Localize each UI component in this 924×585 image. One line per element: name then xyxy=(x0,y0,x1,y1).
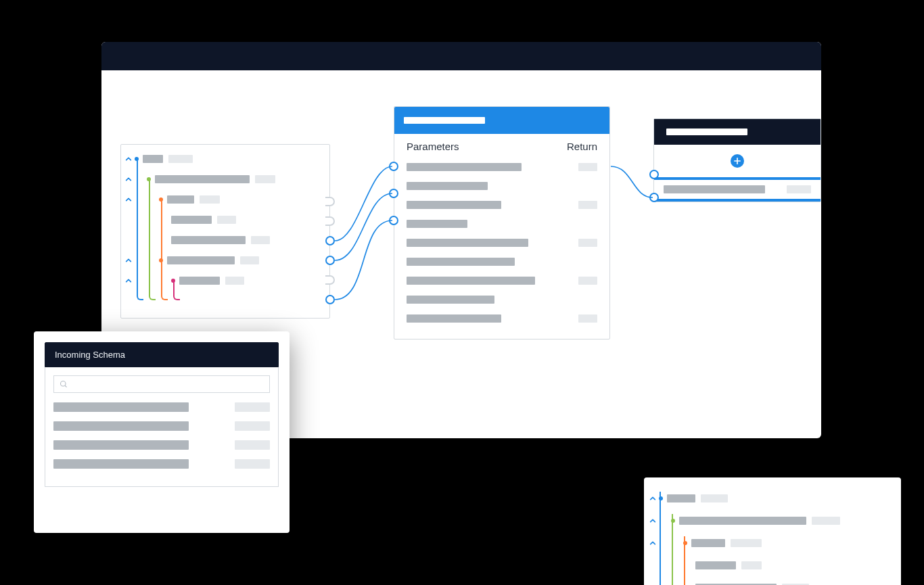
param-return-bar xyxy=(578,314,597,323)
tree-brace xyxy=(660,492,666,585)
tree-type-bar xyxy=(731,539,762,547)
param-input-port[interactable] xyxy=(389,189,398,198)
schema-name-bar xyxy=(53,421,189,431)
parameter-row[interactable] xyxy=(407,159,597,175)
tree-brace xyxy=(173,280,180,300)
chevron-up-icon[interactable] xyxy=(648,538,657,548)
schema-tag-bar xyxy=(235,459,270,469)
param-input-port[interactable] xyxy=(389,216,398,225)
param-name-bar xyxy=(407,163,522,171)
source-port[interactable] xyxy=(325,216,335,226)
search-input[interactable] xyxy=(53,375,270,393)
schema-tag-bar xyxy=(235,421,270,431)
param-name-bar xyxy=(407,296,494,304)
parameters-body xyxy=(394,155,609,339)
tree-type-bar xyxy=(255,175,275,183)
tree-row[interactable] xyxy=(648,487,889,509)
param-return-bar xyxy=(578,163,597,171)
tree-label-bar xyxy=(667,494,695,502)
tree-label-bar xyxy=(167,195,194,204)
parameter-row[interactable] xyxy=(407,216,597,232)
param-name-bar xyxy=(407,314,501,323)
param-name-bar xyxy=(407,220,467,228)
tree-row[interactable] xyxy=(124,149,323,169)
add-button[interactable] xyxy=(731,154,744,168)
tree-label-bar xyxy=(171,236,246,244)
tree-type-bar xyxy=(225,277,244,285)
param-name-bar xyxy=(407,182,488,190)
tree-label-bar xyxy=(179,277,220,285)
output-add-area xyxy=(654,145,821,177)
tree-type-bar xyxy=(200,195,220,204)
source-port-connected[interactable] xyxy=(325,236,335,245)
parameter-row[interactable] xyxy=(407,254,597,270)
tree-label-bar xyxy=(679,517,806,525)
schema-tag-bar xyxy=(235,440,270,450)
output-input-port[interactable] xyxy=(649,170,659,179)
tree-type-bar xyxy=(240,256,259,264)
schema-result-row[interactable] xyxy=(53,440,270,450)
output-card-header xyxy=(654,119,821,145)
chevron-up-icon xyxy=(124,235,133,245)
parameter-row[interactable] xyxy=(407,273,597,289)
schema-name-bar xyxy=(53,440,189,450)
source-port-connected[interactable] xyxy=(325,295,335,304)
schema-result-row[interactable] xyxy=(53,459,270,469)
return-column-label: Return xyxy=(567,141,597,152)
param-return-bar xyxy=(578,239,597,247)
tree-label-bar xyxy=(143,155,163,163)
parameter-row[interactable] xyxy=(407,235,597,251)
parameter-row[interactable] xyxy=(407,197,597,213)
tree-type-bar xyxy=(217,216,236,224)
parameter-row[interactable] xyxy=(407,291,597,308)
tree-brace xyxy=(672,514,678,585)
incoming-schema-title: Incoming Schema xyxy=(45,342,279,367)
param-name-bar xyxy=(407,258,515,266)
tree-brace xyxy=(161,199,168,300)
source-port-connected[interactable] xyxy=(325,256,335,265)
chevron-up-icon[interactable] xyxy=(124,154,133,164)
output-mapped-row[interactable] xyxy=(654,177,821,202)
chevron-up-icon[interactable] xyxy=(124,195,133,204)
source-schema-panel xyxy=(120,144,330,319)
schema-result-row[interactable] xyxy=(53,421,270,431)
tree-label-bar xyxy=(155,175,250,183)
parameters-card-header xyxy=(394,107,609,134)
tree-type-bar xyxy=(168,155,193,163)
tree-label-bar xyxy=(167,256,235,264)
chevron-up-icon[interactable] xyxy=(124,276,133,285)
tree-label-bar xyxy=(695,561,736,569)
schema-result-row[interactable] xyxy=(53,402,270,412)
parameter-row[interactable] xyxy=(407,310,597,327)
parameters-column-label: Parameters xyxy=(407,141,459,152)
chevron-up-icon xyxy=(124,296,133,306)
param-name-bar xyxy=(407,201,501,209)
chevron-up-icon[interactable] xyxy=(648,516,657,525)
output-input-port[interactable] xyxy=(649,193,659,202)
chevron-up-icon[interactable] xyxy=(124,256,133,265)
chevron-up-icon xyxy=(648,583,657,586)
chevron-up-icon xyxy=(648,561,657,570)
tree-brace xyxy=(684,536,691,585)
tree-row[interactable] xyxy=(648,509,889,532)
output-field-tag xyxy=(787,185,811,193)
tree-brace xyxy=(149,179,156,300)
schema-tree-popover xyxy=(644,477,901,585)
schema-tag-bar xyxy=(235,402,270,412)
parameters-card: Parameters Return xyxy=(394,106,610,340)
source-port[interactable] xyxy=(325,275,335,285)
source-port[interactable] xyxy=(325,197,335,206)
schema-name-bar xyxy=(53,402,189,412)
tree-type-bar xyxy=(812,517,840,525)
schema-name-bar xyxy=(53,459,189,469)
param-return-bar xyxy=(578,201,597,209)
tree-label-bar xyxy=(691,539,725,547)
chevron-up-icon[interactable] xyxy=(124,174,133,184)
param-name-bar xyxy=(407,239,528,247)
chevron-up-icon[interactable] xyxy=(648,494,657,503)
chevron-up-icon xyxy=(124,215,133,225)
param-input-port[interactable] xyxy=(389,162,398,171)
output-title-placeholder xyxy=(666,128,747,135)
parameter-row[interactable] xyxy=(407,178,597,194)
main-window-titlebar xyxy=(101,42,821,70)
